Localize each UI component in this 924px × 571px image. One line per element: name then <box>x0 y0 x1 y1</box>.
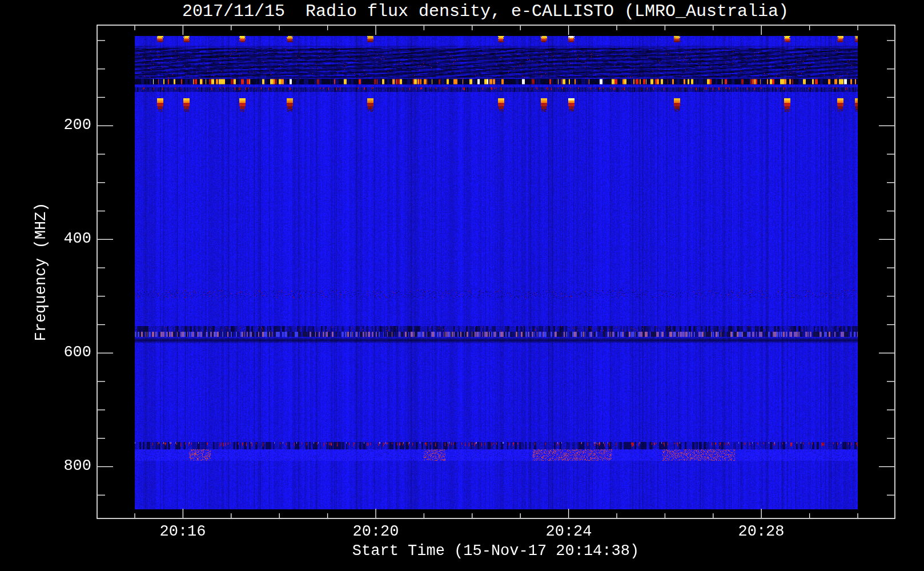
x-tick-label: 20:16 <box>159 524 206 540</box>
y-tick-label: 600 <box>23 345 91 360</box>
x-axis-title: Start Time (15-Nov-17 20:14:38) <box>352 542 639 560</box>
x-tick-label: 20:24 <box>545 524 592 540</box>
x-tick-label: 20:20 <box>352 524 399 540</box>
y-tick-label: 800 <box>23 459 91 474</box>
y-tick-label: 200 <box>23 118 91 133</box>
x-tick-label: 20:28 <box>738 524 784 540</box>
y-axis-title: Frequency (MHZ) <box>33 202 50 341</box>
plot-frame <box>97 25 895 518</box>
spectrogram-page: 2017/11/15 Radio flux density, e-CALLIST… <box>0 0 924 571</box>
axes-frame <box>0 0 924 571</box>
